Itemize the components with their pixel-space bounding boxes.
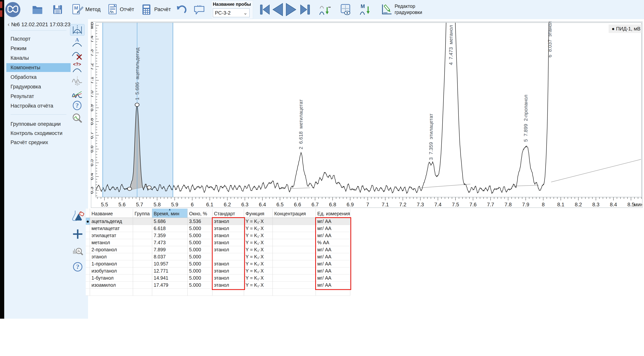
cell-concentration[interactable]: [273, 282, 316, 289]
components-table[interactable]: НазваниеГруппа▲Время, минОкно, %Стандарт…: [86, 208, 350, 296]
delete-peak-tool-icon[interactable]: [70, 50, 84, 60]
sidebar-item-3[interactable]: Каналы: [6, 54, 70, 62]
cell-group[interactable]: [133, 274, 152, 282]
peak-apex-marker[interactable]: [135, 103, 139, 106]
column-header-2[interactable]: Группа: [133, 208, 152, 218]
cell-time[interactable]: 5.686: [152, 218, 188, 225]
zoom-peak-tool-icon[interactable]: [70, 112, 84, 124]
cell-unit[interactable]: мг/ АА: [316, 232, 350, 239]
app-logo-icon[interactable]: [5, 2, 21, 18]
peak-base-marker[interactable]: [147, 186, 152, 189]
table-row-2-пропанол[interactable]: 2-пропанол7.8995.000этанолY = K₁·Xмг/ АА: [86, 246, 350, 253]
row-selector[interactable]: [86, 253, 90, 260]
cell-time[interactable]: 6.618: [152, 225, 188, 232]
sidebar-item-2[interactable]: Режим: [6, 44, 70, 53]
record-header[interactable]: ‹№6 12.02.2021 17:03:23: [8, 21, 70, 28]
cell-function[interactable]: Y = K₁·X: [244, 232, 273, 239]
report-button-label[interactable]: Отчёт: [120, 6, 134, 12]
identify-components-icon[interactable]: [70, 210, 85, 223]
cell-name[interactable]: метанол: [90, 239, 133, 246]
cell-standard[interactable]: этанол: [212, 282, 244, 289]
column-header-7[interactable]: Концентрация: [273, 208, 316, 218]
table-row-этилацетат[interactable]: этилацетат7.3595.000этанолY = K₁·Xмг/ АА: [86, 232, 350, 239]
cell-standard[interactable]: этанол: [212, 218, 244, 225]
cell-window[interactable]: 5.000: [188, 260, 212, 268]
table-empty-row[interactable]: [86, 289, 350, 296]
sidebar-item-8[interactable]: Настройка отчёта: [6, 102, 70, 110]
view-options-icon[interactable]: [339, 3, 352, 16]
cell-standard[interactable]: этанол: [212, 225, 244, 232]
table-row-1-пропанол[interactable]: 1-пропанол10.9575.000этанолY = K₁·Xмг/ А…: [86, 260, 350, 268]
add-component-icon[interactable]: [70, 228, 85, 240]
cell-unit[interactable]: мг/ АА: [316, 274, 350, 282]
sample-name-select[interactable]: РС-3-2 ⌄: [213, 8, 250, 17]
search-peaks-icon[interactable]: [70, 246, 85, 257]
cell-concentration[interactable]: [273, 218, 316, 225]
table-row-этанол[interactable]: этанол8.0375.000Y = K₁·Xмг/ АА: [86, 253, 350, 260]
row-selector[interactable]: ●: [86, 218, 90, 225]
row-selector[interactable]: [86, 225, 90, 232]
cell-standard[interactable]: этанол: [212, 246, 244, 253]
cell-function[interactable]: Y = K₁·X: [244, 239, 273, 246]
cell-function[interactable]: Y = K₁·X: [244, 218, 273, 225]
cell-time[interactable]: 17.479: [152, 282, 188, 289]
calibration-editor-label[interactable]: Редакторградуировки: [395, 3, 422, 15]
cell-name[interactable]: этилацетат: [90, 232, 133, 239]
cell-function[interactable]: Y = K₁·X: [244, 282, 273, 289]
cell-standard[interactable]: этанол: [212, 268, 244, 274]
cell-group[interactable]: [133, 268, 152, 274]
split-peak-tool-icon[interactable]: <|>: [70, 75, 84, 86]
first-record-icon[interactable]: [259, 2, 272, 17]
cell-standard[interactable]: [212, 253, 244, 260]
cell-name[interactable]: этанол: [90, 253, 133, 260]
cell-window[interactable]: 5.000: [188, 225, 212, 232]
cell-unit[interactable]: мг/ АА: [316, 268, 350, 274]
cell-unit[interactable]: мг/ АА: [316, 253, 350, 260]
cell-group[interactable]: [133, 225, 152, 232]
cell-window[interactable]: 5.000: [188, 239, 212, 246]
cell-group[interactable]: [133, 282, 152, 289]
cell-function[interactable]: Y = K₁·X: [244, 268, 273, 274]
table-row-1-бутанол[interactable]: 1-бутанол14.9415.000этанолY = K₁·Xмг/ АА: [86, 274, 350, 282]
cell-group[interactable]: [133, 246, 152, 253]
cell-concentration[interactable]: [273, 274, 316, 282]
cell-concentration[interactable]: [273, 246, 316, 253]
cell-concentration[interactable]: [273, 232, 316, 239]
cell-name[interactable]: изобутанол: [90, 268, 133, 274]
cell-window[interactable]: 5.000: [188, 282, 212, 289]
row-selector[interactable]: [86, 246, 90, 253]
cell-unit[interactable]: мг/ АА: [316, 282, 350, 289]
apply-method-icon[interactable]: M: [360, 3, 372, 16]
annotate-peak-tool-icon[interactable]: A: [70, 37, 84, 48]
method-button-label[interactable]: Метод: [85, 6, 100, 12]
cell-concentration[interactable]: [273, 268, 316, 274]
row-selector[interactable]: [86, 239, 90, 246]
help-tool-icon[interactable]: ?: [70, 100, 84, 111]
table-row-метанол[interactable]: метанол7.4735.000этанолY = K₁·X% АА: [86, 239, 350, 246]
sidebar-item-6[interactable]: Градуировка: [6, 82, 70, 91]
table-row-метилацетат[interactable]: метилацетат6.6185.000этанолY = K₁·Xмг/ А…: [86, 225, 350, 232]
cell-time[interactable]: 12.771: [152, 268, 188, 274]
cell-function[interactable]: Y = K₁·X: [244, 246, 273, 253]
cell-standard[interactable]: этанол: [212, 232, 244, 239]
column-header-8[interactable]: Ед. измерения: [316, 208, 350, 218]
table-row-изоамилол[interactable]: изоамилол17.4795.000этанолY = K₁·Xмг/ АА: [86, 282, 350, 289]
cell-group[interactable]: [133, 253, 152, 260]
sidebar-group-item-2[interactable]: Контроль сходимости: [6, 129, 70, 138]
cell-concentration[interactable]: [273, 260, 316, 268]
cell-unit[interactable]: мг/ АА: [316, 246, 350, 253]
calculation-icon[interactable]: [140, 3, 153, 16]
chevron-left-icon[interactable]: ‹: [8, 21, 10, 27]
cell-standard[interactable]: этанол: [212, 239, 244, 246]
unknown-peak-tool-icon[interactable]: <?>: [70, 62, 84, 73]
table-row-ацетальдегид[interactable]: ●ацетальдегид5.6863.536этанолY = K₁·Xмг/…: [86, 218, 350, 225]
cell-window[interactable]: 5.000: [188, 246, 212, 253]
cell-name[interactable]: 2-пропанол: [90, 246, 133, 253]
calibration-editor-icon[interactable]: [380, 3, 393, 16]
row-selector[interactable]: [86, 232, 90, 239]
next-record-icon[interactable]: [284, 2, 298, 18]
sidebar-item-7[interactable]: Результат: [6, 92, 70, 101]
cell-group[interactable]: [133, 218, 152, 225]
row-selector[interactable]: [86, 260, 90, 268]
sidebar-group-item-1[interactable]: Групповые операции: [6, 120, 70, 128]
